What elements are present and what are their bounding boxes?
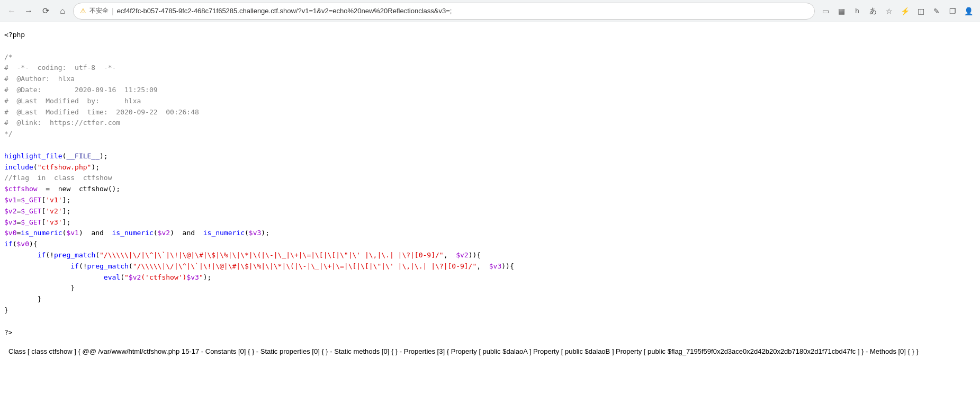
v2-var: $v2	[4, 207, 16, 215]
back-button[interactable]: ←	[4, 4, 19, 19]
collections-button[interactable]: ❐	[945, 4, 960, 19]
url-text: ecf4f2fc-b057-4785-9fc2-468c71f65285.cha…	[117, 7, 808, 15]
flag-comment: //flag in class ctfshow	[4, 174, 112, 182]
output-text: Class [ class ctfshow ] { @@ /var/www/ht…	[8, 347, 919, 355]
profile-button[interactable]: 👤	[961, 4, 976, 19]
tab-overview-button[interactable]: ▭	[818, 4, 833, 19]
php-close-tag: ?>	[4, 328, 13, 336]
ctfshow-class: ctfshow	[79, 185, 108, 193]
nav-buttons: ← → ⟳ ⌂	[4, 4, 70, 19]
php-open-tag: <?php	[4, 31, 25, 39]
ctfshow-var: $ctfshow	[4, 185, 38, 193]
translate-button[interactable]: あ	[866, 4, 880, 19]
read-mode-button[interactable]: ｈ	[850, 4, 865, 19]
include-func: include	[4, 163, 33, 171]
v3-var: $v3	[4, 218, 16, 226]
address-bar[interactable]: ⚠ 不安全 | ecf4f2fc-b057-4785-9fc2-468c71f6…	[73, 3, 815, 20]
not-secure-label: 不安全	[89, 6, 109, 15]
bookmark-button[interactable]: ☆	[882, 4, 896, 19]
grid-view-button[interactable]: ▦	[834, 4, 849, 19]
highlight-file-func: highlight_file	[4, 152, 62, 160]
page-content: <?php /* # -*- coding: utf-8 -*- # @Auth…	[0, 22, 980, 364]
separator: |	[112, 7, 114, 15]
extensions-button[interactable]: ⚡	[897, 4, 912, 19]
browser-toolbar: ← → ⟳ ⌂ ⚠ 不安全 | ecf4f2fc-b057-4785-9fc2-…	[0, 0, 980, 22]
forward-button[interactable]: →	[21, 4, 36, 19]
include-string: "ctfshow.php"	[38, 163, 92, 171]
comment-block: /* # -*- coding: utf-8 -*- # @Author: hl…	[4, 53, 199, 138]
file-const: __FILE__	[66, 152, 100, 160]
reload-button[interactable]: ⟳	[38, 4, 53, 19]
sidebar-button[interactable]: ◫	[913, 4, 928, 19]
toolbar-right-buttons: ▭ ▦ ｈ あ ☆ ⚡ ◫ ✎ ❐ 👤	[818, 4, 976, 19]
code-block: <?php /* # -*- coding: utf-8 -*- # @Auth…	[4, 28, 976, 340]
home-button[interactable]: ⌂	[55, 4, 70, 19]
favorites-button[interactable]: ✎	[929, 4, 944, 19]
output-section: Class [ class ctfshow ] { @@ /var/www/ht…	[4, 344, 976, 359]
warning-icon: ⚠	[80, 7, 86, 15]
v1-var: $v1	[4, 196, 16, 204]
if-keyword: if	[4, 240, 13, 248]
v0-var: $v0	[4, 229, 16, 237]
